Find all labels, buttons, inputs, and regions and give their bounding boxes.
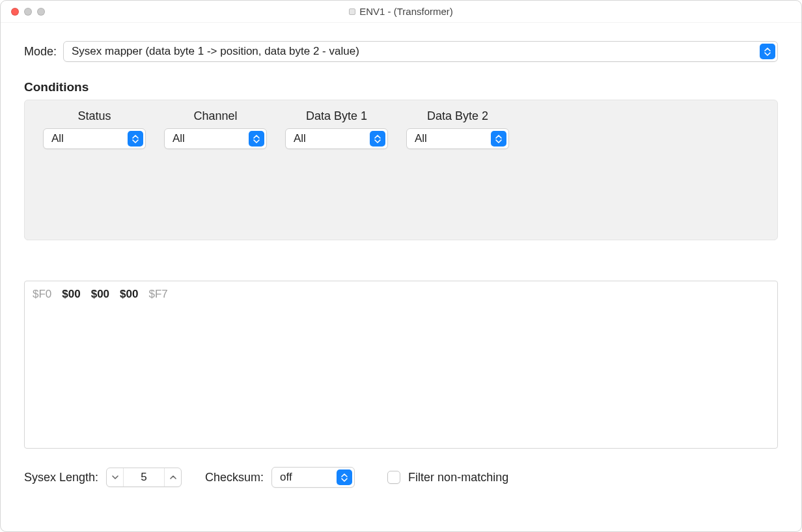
sysex-bytes-row: $F0 $00 $00 $00 $F7 (33, 288, 769, 301)
zoom-window-button[interactable] (37, 8, 45, 16)
status-popup[interactable]: All (43, 128, 146, 149)
popup-arrows-icon (249, 131, 264, 147)
window: ENV1 - (Transformer) Mode: Sysex mapper … (0, 0, 802, 532)
checksum-label: Checksum: (205, 471, 264, 484)
close-window-button[interactable] (11, 8, 19, 16)
popup-arrows-icon (760, 44, 775, 59)
sysex-editor[interactable]: $F0 $00 $00 $00 $F7 (24, 281, 778, 449)
sysex-byte: $F0 (33, 288, 51, 301)
mode-label: Mode: (24, 45, 57, 59)
checksum-popup[interactable]: off (271, 467, 355, 488)
status-popup-value: All (51, 132, 82, 145)
condition-col-databyte1: Data Byte 1 All (285, 109, 388, 149)
condition-col-status: Status All (43, 109, 146, 149)
conditions-title: Conditions (24, 80, 778, 94)
filter-non-matching-checkbox[interactable] (387, 471, 400, 484)
channel-popup[interactable]: All (164, 128, 267, 149)
footer-controls: Sysex Length: 5 Checksum: off (24, 467, 778, 488)
mode-popup-value: Sysex mapper (data byte 1 -> position, d… (72, 45, 378, 58)
mode-popup[interactable]: Sysex mapper (data byte 1 -> position, d… (63, 41, 778, 62)
sysex-length-value[interactable]: 5 (124, 471, 164, 484)
sysex-byte[interactable]: $00 (91, 288, 109, 301)
checksum-popup-value: off (280, 471, 311, 484)
sysex-byte[interactable]: $00 (120, 288, 138, 301)
sysex-length-stepper[interactable]: 5 (106, 468, 182, 487)
mode-row: Mode: Sysex mapper (data byte 1 -> posit… (24, 41, 778, 62)
document-proxy-icon (349, 8, 355, 15)
databyte2-popup[interactable]: All (406, 128, 509, 149)
condition-header: Channel (193, 109, 237, 123)
popup-arrows-icon (128, 131, 143, 147)
popup-arrows-icon (337, 469, 352, 485)
condition-header: Data Byte 2 (427, 109, 488, 123)
condition-header: Data Byte 1 (306, 109, 367, 123)
window-title: ENV1 - (Transformer) (359, 6, 453, 17)
sysex-byte[interactable]: $00 (62, 288, 80, 301)
conditions-box: Status All Channel All (24, 100, 778, 240)
databyte2-popup-value: All (415, 132, 445, 145)
condition-header: Status (77, 109, 111, 123)
stepper-increment-button[interactable] (164, 468, 181, 486)
content-area: Mode: Sysex mapper (data byte 1 -> posit… (1, 23, 801, 531)
condition-col-databyte2: Data Byte 2 All (406, 109, 509, 149)
titlebar: ENV1 - (Transformer) (1, 1, 801, 23)
popup-arrows-icon (491, 131, 506, 147)
traffic-lights (11, 8, 45, 16)
sysex-byte: $F7 (148, 288, 167, 301)
databyte1-popup-value: All (294, 132, 324, 145)
stepper-decrement-button[interactable] (107, 468, 124, 486)
window-title-area: ENV1 - (Transformer) (1, 6, 801, 17)
channel-popup-value: All (173, 132, 203, 145)
databyte1-popup[interactable]: All (285, 128, 388, 149)
sysex-length-label: Sysex Length: (24, 471, 98, 484)
popup-arrows-icon (370, 131, 385, 147)
filter-non-matching-label: Filter non-matching (408, 471, 508, 484)
conditions-columns: Status All Channel All (43, 109, 759, 149)
minimize-window-button[interactable] (24, 8, 32, 16)
condition-col-channel: Channel All (164, 109, 267, 149)
